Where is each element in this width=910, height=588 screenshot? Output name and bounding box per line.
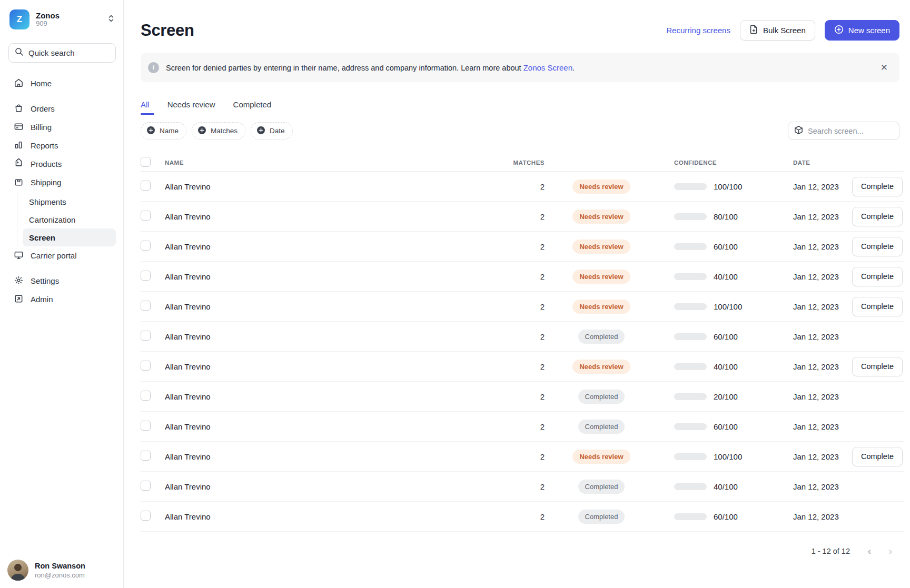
table-row[interactable]: Allan Trevino 2 Needs review 40/100 Jan … — [141, 352, 904, 382]
row-matches: 2 — [481, 482, 545, 491]
row-date: Jan 12, 2023 — [766, 452, 845, 461]
sidebar-item-admin[interactable]: Admin — [8, 290, 116, 308]
column-header-date: DATE — [766, 160, 845, 166]
table-row[interactable]: Allan Trevino 2 Completed 40/100 Jan 12,… — [141, 472, 904, 502]
new-screen-button[interactable]: New screen — [825, 20, 899, 41]
row-name: Allan Trevino — [165, 392, 481, 401]
row-name: Allan Trevino — [165, 242, 481, 251]
complete-button[interactable]: Complete — [852, 267, 903, 286]
row-name: Allan Trevino — [165, 332, 481, 341]
table-row[interactable]: Allan Trevino 2 Needs review 80/100 Jan … — [141, 202, 904, 232]
sidebar-item-label: Carrier portal — [31, 251, 77, 260]
row-confidence: 60/100 — [645, 512, 766, 521]
complete-button[interactable]: Complete — [852, 177, 903, 196]
tag-icon — [14, 158, 24, 170]
row-checkbox[interactable] — [141, 211, 151, 221]
tab-needs-review[interactable]: Needs review — [167, 100, 215, 115]
row-matches: 2 — [481, 332, 545, 341]
row-checkbox[interactable] — [141, 421, 151, 431]
column-header-confidence: CONFIDENCE — [645, 160, 766, 166]
status-badge: Needs review — [572, 450, 630, 464]
user-menu[interactable]: Ron Swanson ron@zonos.com — [7, 560, 85, 581]
row-name: Allan Trevino — [165, 272, 481, 281]
table-search-input[interactable]: Search screen... — [788, 122, 899, 140]
table-row[interactable]: Allan Trevino 2 Completed 20/100 Jan 12,… — [141, 382, 904, 412]
confidence-value: 20/100 — [714, 392, 738, 401]
quick-search-input[interactable]: Quick search — [8, 43, 116, 63]
row-date: Jan 12, 2023 — [766, 242, 845, 251]
filter-matches[interactable]: Matches — [192, 122, 245, 139]
sidebar-item-shipping[interactable]: Shipping — [8, 173, 116, 192]
sidebar-item-label: Admin — [31, 295, 53, 304]
table-row[interactable]: Allan Trevino 2 Completed 60/100 Jan 12,… — [141, 412, 904, 442]
status-badge: Needs review — [572, 240, 630, 254]
complete-button[interactable]: Complete — [852, 237, 903, 256]
row-name: Allan Trevino — [165, 362, 481, 371]
row-confidence: 20/100 — [645, 392, 766, 401]
complete-button[interactable]: Complete — [852, 297, 903, 316]
workspace-switcher[interactable]: Z Zonos 909 — [8, 8, 116, 29]
row-checkbox[interactable] — [141, 451, 151, 461]
sidebar-item-settings[interactable]: Settings — [8, 272, 116, 290]
select-all-checkbox[interactable] — [141, 157, 151, 167]
table-row[interactable]: Allan Trevino 2 Needs review 60/100 Jan … — [141, 232, 904, 262]
row-checkbox[interactable] — [141, 301, 151, 311]
row-checkbox[interactable] — [141, 331, 151, 341]
table-row[interactable]: Allan Trevino 2 Needs review 100/100 Jan… — [141, 292, 904, 322]
confidence-bar — [674, 183, 707, 190]
table-row[interactable]: Allan Trevino 2 Needs review 40/100 Jan … — [141, 262, 904, 292]
complete-button[interactable]: Complete — [852, 207, 903, 226]
tab-all[interactable]: All — [141, 100, 150, 115]
row-checkbox[interactable] — [141, 391, 151, 401]
complete-button[interactable]: Complete — [852, 447, 903, 466]
filter-name[interactable]: Name — [141, 122, 186, 139]
sidebar-item-label: Shipping — [31, 178, 61, 187]
sidebar-item-cartonization[interactable]: Cartonization — [23, 211, 116, 228]
row-confidence: 60/100 — [645, 422, 766, 431]
confidence-value: 60/100 — [714, 242, 738, 251]
row-matches: 2 — [481, 302, 545, 311]
row-checkbox[interactable] — [141, 361, 151, 371]
table-row[interactable]: Allan Trevino 2 Completed 60/100 Jan 12,… — [141, 502, 904, 532]
sidebar-item-home[interactable]: Home — [8, 74, 116, 93]
next-page-button[interactable]: › — [882, 542, 899, 560]
complete-button[interactable]: Complete — [852, 357, 903, 376]
tab-completed[interactable]: Completed — [233, 100, 272, 115]
sidebar-item-reports[interactable]: Reports — [8, 136, 116, 155]
table-search-placeholder: Search screen... — [808, 127, 864, 135]
sidebar-item-shipments[interactable]: Shipments — [23, 193, 116, 211]
row-checkbox[interactable] — [141, 511, 151, 521]
prev-page-button[interactable]: ‹ — [860, 542, 878, 560]
confidence-bar — [674, 243, 707, 250]
sidebar-item-carrier-portal[interactable]: Carrier portal — [8, 246, 116, 265]
banner-text-after: . — [572, 64, 575, 72]
confidence-value: 100/100 — [714, 452, 742, 461]
zonos-screen-link[interactable]: Zonos Screen — [523, 63, 572, 72]
shipping-subnav: Shipments Cartonization Screen — [17, 193, 116, 246]
plus-circle-icon — [197, 126, 206, 136]
row-checkbox[interactable] — [141, 181, 151, 191]
row-date: Jan 12, 2023 — [766, 422, 845, 431]
sidebar-item-screen[interactable]: Screen — [23, 228, 116, 246]
sidebar-item-products[interactable]: Products — [8, 155, 116, 173]
table-row[interactable]: Allan Trevino 2 Completed 60/100 Jan 12,… — [141, 322, 904, 352]
sidebar-item-orders[interactable]: Orders — [8, 99, 116, 118]
row-checkbox[interactable] — [141, 481, 151, 491]
table-row[interactable]: Allan Trevino 2 Needs review 100/100 Jan… — [141, 172, 904, 202]
row-checkbox[interactable] — [141, 241, 151, 251]
confidence-bar — [674, 363, 707, 370]
bulk-screen-button[interactable]: Bulk Screen — [740, 20, 815, 41]
row-confidence: 60/100 — [645, 332, 766, 341]
sidebar-item-billing[interactable]: Billing — [8, 118, 116, 136]
table-row[interactable]: Allan Trevino 2 Needs review 100/100 Jan… — [141, 442, 904, 472]
row-confidence: 40/100 — [645, 362, 766, 371]
row-checkbox[interactable] — [141, 271, 151, 281]
filter-date[interactable]: Date — [251, 122, 293, 139]
row-name: Allan Trevino — [165, 182, 481, 191]
confidence-bar — [674, 453, 707, 460]
recurring-screens-link[interactable]: Recurring screens — [666, 26, 730, 35]
sidebar-item-label: Home — [31, 79, 52, 88]
close-icon[interactable]: ✕ — [877, 61, 891, 74]
cube-icon — [794, 125, 803, 137]
search-icon — [15, 47, 24, 58]
